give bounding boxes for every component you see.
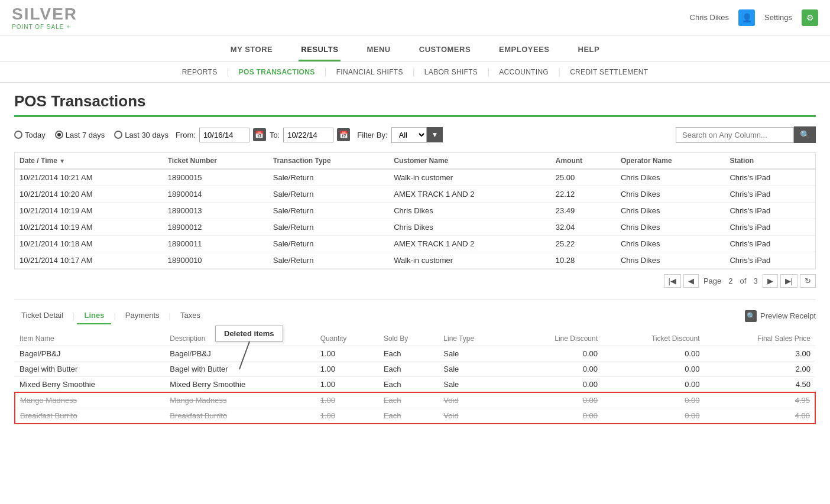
to-label: To: [270,131,280,139]
to-date-input[interactable] [283,128,333,142]
from-date-input[interactable] [199,128,249,142]
preview-receipt-button[interactable]: 🔍 Preview Receipt [745,310,816,322]
detail-row[interactable]: Mixed Berry Smoothie Mixed Berry Smoothi… [15,377,815,393]
detail-cell-line-type: Void [439,408,510,424]
col-type[interactable]: Transaction Type [268,153,389,169]
page-content: POS Transactions Today Last 7 days Last … [0,83,830,434]
tab-lines[interactable]: Lines [77,307,111,324]
cell-datetime: 10/21/2014 10:17 AM [15,252,163,269]
detail-row[interactable]: Bagel/PB&J Bagel/PB&J 1.00 Each Sale 0.0… [15,346,815,362]
detail-col-sold-by: Sold By [379,331,439,346]
cell-operator: Chris Dikes [616,186,725,203]
nav-menu[interactable]: MENU [364,41,393,61]
cell-customer: Chris Dikes [389,203,551,219]
detail-table-header: Item Name Description Quantity Sold By L… [15,331,815,346]
page-first-button[interactable]: |◀ [664,274,681,288]
search-area: 🔍 [676,126,816,143]
radio-last7[interactable]: Last 7 days [55,131,105,139]
radio-last30[interactable]: Last 30 days [114,131,168,139]
table-row[interactable]: 10/21/2014 10:18 AM 18900011 Sale/Return… [15,236,815,252]
detail-cell-ticket-disc: 0.00 [602,362,705,377]
detail-cell-desc: Bagel/PB&J [165,346,315,362]
tab-taxes[interactable]: Taxes [173,307,208,324]
cell-type: Sale/Return [268,219,389,236]
cell-operator: Chris Dikes [616,169,725,186]
total-pages: 3 [753,277,757,285]
col-amount[interactable]: Amount [551,153,616,169]
page-next-button[interactable]: ▶ [763,274,778,288]
tab-payments[interactable]: Payments [118,307,167,324]
col-datetime[interactable]: Date / Time ▼ [15,153,163,169]
radio-last7-label: Last 7 days [66,131,105,139]
detail-row[interactable]: Breakfast Burrito Breakfast Burrito 1.00… [15,408,815,424]
subnav-financial-shifts[interactable]: FINANCIAL SHIFTS [327,66,413,79]
section-divider [14,300,816,300]
col-station[interactable]: Station [725,153,815,169]
cell-customer: AMEX TRACK 1 AND 2 [389,236,551,252]
cell-operator: Chris Dikes [616,252,725,269]
cell-amount: 22.12 [551,186,616,203]
col-customer[interactable]: Customer Name [389,153,551,169]
cell-station: Chris's iPad [725,203,815,219]
subnav-labor-shifts[interactable]: LABOR SHIFTS [415,66,487,79]
detail-cell-line-disc: 0.00 [510,408,602,424]
page-title: POS Transactions [14,92,816,110]
settings-button[interactable]: ⚙ [802,9,818,26]
tab-divider-1: | [70,311,77,320]
radio-today[interactable]: Today [14,131,46,139]
nav-my-store[interactable]: MY STORE [228,41,275,61]
transactions-table-wrapper: Date / Time ▼ Ticket Number Transaction … [14,152,816,269]
detail-cell-qty: 1.00 [316,346,379,362]
transactions-tbody: 10/21/2014 10:21 AM 18900015 Sale/Return… [15,169,815,269]
detail-tab-row: Ticket Detail | Lines | Payments | Taxes… [14,307,816,324]
nav-help[interactable]: HELP [576,41,602,61]
top-bar: SILVER POINT OF SALE + Chris Dikes 👤 Set… [0,0,830,35]
detail-cell-final-price: 4.50 [705,377,816,393]
col-ticket[interactable]: Ticket Number [163,153,268,169]
user-icon-button[interactable]: 👤 [738,9,755,26]
from-calendar-icon[interactable]: 📅 [253,128,266,141]
table-header: Date / Time ▼ Ticket Number Transaction … [15,153,815,169]
detail-row[interactable]: Mango Madness Mango Madness 1.00 Each Vo… [15,392,815,408]
tab-divider-3: | [167,311,173,320]
refresh-button[interactable]: ↻ [800,274,816,288]
to-calendar-icon[interactable]: 📅 [337,128,350,141]
detail-row[interactable]: Bagel with Butter Bagel with Butter 1.00… [15,362,815,377]
table-row[interactable]: 10/21/2014 10:20 AM 18900014 Sale/Return… [15,186,815,203]
subnav-credit-settlement[interactable]: CREDIT SETTLEMENT [560,66,657,79]
search-button[interactable]: 🔍 [794,126,816,143]
subnav-accounting[interactable]: ACCOUNTING [489,66,558,79]
filter-by-area: Filter By: All ▼ [357,127,443,143]
cell-type: Sale/Return [268,186,389,203]
detail-cell-desc: Breakfast Burrito [165,408,315,424]
nav-customers[interactable]: CUSTOMERS [417,41,473,61]
table-row[interactable]: 10/21/2014 10:17 AM 18900010 Sale/Return… [15,252,815,269]
from-label: From: [176,131,196,139]
cell-station: Chris's iPad [725,252,815,269]
detail-cell-item: Mixed Berry Smoothie [15,377,165,393]
page-prev-button[interactable]: ◀ [683,274,699,288]
filter-by-select[interactable]: All [391,127,427,143]
detail-cell-ticket-disc: 0.00 [602,392,705,408]
cell-datetime: 10/21/2014 10:20 AM [15,186,163,203]
user-name: Chris Dikes [690,13,729,22]
col-operator[interactable]: Operator Name [616,153,725,169]
tab-ticket-detail[interactable]: Ticket Detail [14,307,70,324]
detail-cell-ticket-disc: 0.00 [602,408,705,424]
table-row[interactable]: 10/21/2014 10:19 AM 18900013 Sale/Return… [15,203,815,219]
cell-amount: 25.00 [551,169,616,186]
subnav-pos-transactions[interactable]: POS TRANSACTIONS [229,66,325,79]
table-row[interactable]: 10/21/2014 10:19 AM 18900012 Sale/Return… [15,219,815,236]
page-last-button[interactable]: ▶| [780,274,797,288]
filter-dropdown-arrow[interactable]: ▼ [427,127,443,142]
search-input[interactable] [676,127,794,143]
detail-cell-line-type: Sale [439,346,510,362]
nav-employees[interactable]: EMPLOYEES [497,41,552,61]
subnav-reports[interactable]: REPORTS [173,66,227,79]
cell-customer: Chris Dikes [389,219,551,236]
of-label: of [740,277,747,285]
tab-divider-2: | [111,311,118,320]
table-row[interactable]: 10/21/2014 10:21 AM 18900015 Sale/Return… [15,169,815,186]
cell-type: Sale/Return [268,169,389,186]
nav-results[interactable]: RESULTS [299,41,341,61]
